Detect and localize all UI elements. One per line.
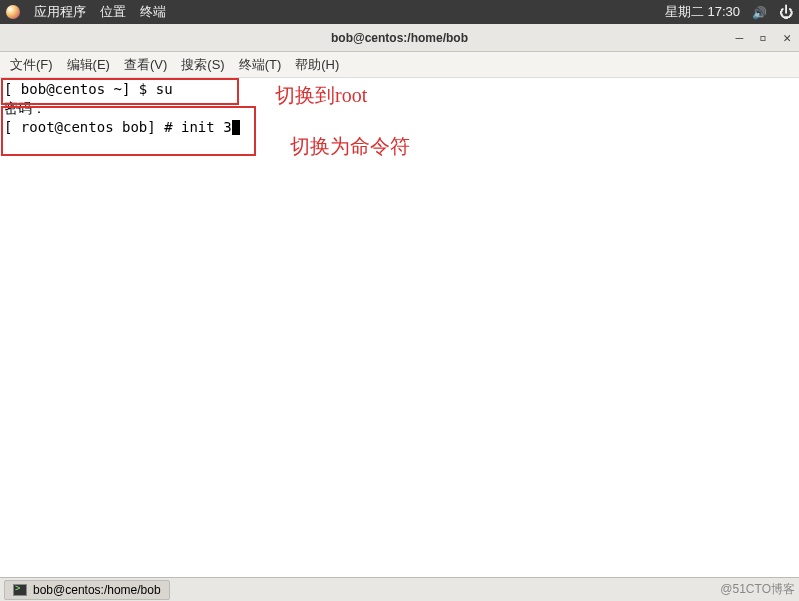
terminal-menubar: 文件(F) 编辑(E) 查看(V) 搜索(S) 终端(T) 帮助(H): [0, 52, 799, 78]
panel-menu-applications[interactable]: 应用程序: [34, 3, 86, 21]
menu-help[interactable]: 帮助(H): [295, 56, 339, 74]
panel-clock[interactable]: 星期二 17:30: [665, 3, 740, 21]
taskbar-window-label: bob@centos:/home/bob: [33, 583, 161, 597]
annotation-label: 切换为命令符: [290, 133, 410, 160]
terminal-line: [ bob@centos ~] $ su: [4, 80, 795, 99]
volume-icon[interactable]: [752, 5, 767, 20]
terminal-cursor: [232, 120, 240, 135]
menu-terminal[interactable]: 终端(T): [239, 56, 282, 74]
menu-view[interactable]: 查看(V): [124, 56, 167, 74]
watermark-text: @51CTO博客: [720, 581, 795, 598]
desktop-top-panel: 应用程序 位置 终端 星期二 17:30: [0, 0, 799, 24]
maximize-button[interactable]: ▫: [759, 30, 767, 45]
menu-file[interactable]: 文件(F): [10, 56, 53, 74]
window-titlebar[interactable]: bob@centos:/home/bob — ▫ ✕: [0, 24, 799, 52]
panel-menu-terminal[interactable]: 终端: [140, 3, 166, 21]
annotation-label: 切换到root: [275, 82, 367, 109]
close-button[interactable]: ✕: [783, 30, 791, 45]
distro-logo-icon: [6, 5, 20, 19]
menu-edit[interactable]: 编辑(E): [67, 56, 110, 74]
window-title: bob@centos:/home/bob: [331, 31, 468, 45]
terminal-line: 密码：: [4, 99, 795, 118]
terminal-icon: [13, 584, 27, 596]
taskbar-window-button[interactable]: bob@centos:/home/bob: [4, 580, 170, 600]
power-icon[interactable]: [779, 4, 793, 20]
minimize-button[interactable]: —: [736, 30, 744, 45]
desktop-taskbar: bob@centos:/home/bob @51CTO博客: [0, 577, 799, 601]
menu-search[interactable]: 搜索(S): [181, 56, 224, 74]
panel-menu-places[interactable]: 位置: [100, 3, 126, 21]
